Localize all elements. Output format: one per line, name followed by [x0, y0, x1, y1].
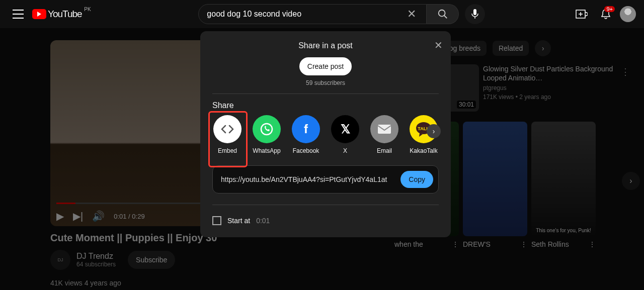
- email-icon: [370, 115, 398, 143]
- share-email[interactable]: Email: [369, 115, 399, 154]
- header-right: 9+: [572, 4, 636, 24]
- hamburger-menu-icon[interactable]: [8, 4, 28, 24]
- start-at-checkbox[interactable]: [212, 216, 221, 225]
- embed-icon: [213, 115, 242, 143]
- divider: [212, 93, 439, 94]
- share-x[interactable]: 𝕏 X: [330, 115, 360, 154]
- microphone-icon: [471, 9, 478, 19]
- share-link-box: https://youtu.be/An2VTBjuAA4?si=PtGutYjv…: [212, 165, 439, 194]
- create-icon: [576, 10, 588, 19]
- modal-title: Share in a post: [212, 41, 439, 50]
- whatsapp-icon: [253, 115, 281, 143]
- notification-badge: 9+: [604, 6, 615, 12]
- share-options: Embed WhatsApp f Facebook 𝕏 X Email TALK: [212, 115, 439, 154]
- facebook-icon: f: [292, 115, 320, 143]
- x-icon: 𝕏: [331, 115, 359, 143]
- search-input[interactable]: [207, 10, 405, 19]
- share-next-button[interactable]: ›: [427, 124, 441, 138]
- share-link[interactable]: https://youtu.be/An2VTBjuAA4?si=PtGutYjv…: [221, 175, 400, 183]
- header: YouTube PK ✕ 9+: [0, 0, 644, 28]
- share-whatsapp[interactable]: WhatsApp: [252, 115, 282, 154]
- share-embed[interactable]: Embed: [212, 115, 243, 154]
- svg-line-1: [444, 16, 447, 19]
- search-bar: ✕: [198, 4, 485, 24]
- create-post-button[interactable]: Create post: [299, 57, 352, 75]
- start-at-label: Start at: [227, 217, 250, 225]
- play-icon: [32, 9, 46, 19]
- account-avatar[interactable]: [620, 6, 636, 22]
- svg-point-0: [439, 10, 445, 17]
- logo-text: YouTube: [48, 9, 82, 20]
- create-button[interactable]: [572, 4, 592, 24]
- notifications-button[interactable]: 9+: [596, 4, 616, 24]
- divider: [212, 205, 439, 205]
- search-box[interactable]: ✕: [198, 4, 427, 24]
- start-at-time: 0:01: [256, 217, 270, 225]
- share-modal: ✕ Share in a post Create post 59 subscri…: [200, 31, 451, 237]
- share-facebook[interactable]: f Facebook: [291, 115, 321, 154]
- share-label: Share: [212, 101, 439, 110]
- search-button[interactable]: [427, 4, 459, 24]
- svg-rect-5: [378, 125, 391, 134]
- voice-search-button[interactable]: [465, 4, 485, 24]
- clear-icon[interactable]: ✕: [405, 8, 418, 21]
- close-icon[interactable]: ✕: [434, 39, 443, 51]
- svg-rect-2: [473, 9, 476, 15]
- copy-button[interactable]: Copy: [400, 171, 433, 188]
- start-at-row: Start at 0:01: [212, 216, 439, 225]
- modal-subscribers: 59 subscribers: [212, 79, 439, 86]
- country-code: PK: [84, 7, 91, 12]
- search-icon: [437, 9, 448, 20]
- youtube-logo[interactable]: YouTube PK: [32, 9, 82, 20]
